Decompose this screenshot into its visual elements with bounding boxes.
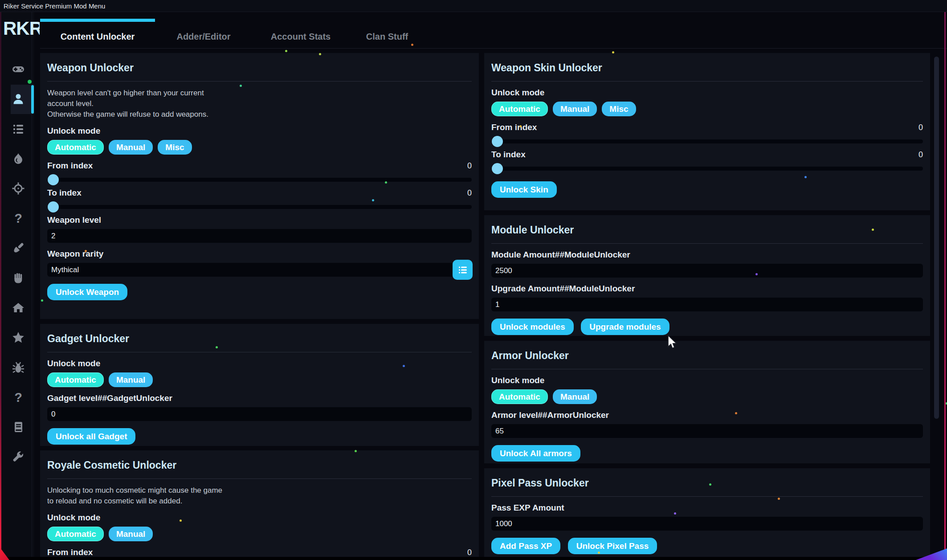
book-icon[interactable] — [11, 420, 25, 434]
from-index-value: 0 — [467, 548, 472, 557]
mode-automatic-button[interactable]: Automatic — [47, 527, 104, 541]
unlock-mode-group: Automatic Manual Misc — [491, 102, 923, 116]
mode-misc-button[interactable]: Misc — [158, 140, 192, 155]
user-icon[interactable] — [11, 92, 25, 106]
paintbrush-icon[interactable] — [11, 241, 25, 255]
unlock-mode-group: Automatic Manual — [47, 527, 472, 541]
pass-exp-amount-label: Pass EXP Amount — [491, 503, 923, 513]
weapon-level-input[interactable]: 2 — [47, 229, 472, 243]
mode-manual-button[interactable]: Manual — [553, 389, 597, 404]
panel-description: Unlocking too much cosmetic might cause … — [47, 485, 472, 507]
unlock-modules-button[interactable]: Unlock modules — [491, 319, 574, 335]
module-amount-input[interactable]: 2500 — [491, 264, 923, 278]
panel-title: Weapon Skin Unlocker — [491, 62, 923, 74]
unlock-pixel-pass-button[interactable]: Unlock Pixel Pass — [568, 538, 657, 554]
to-index-slider[interactable] — [491, 167, 923, 171]
from-index-slider[interactable] — [47, 178, 472, 182]
unlock-mode-group: Automatic Manual Misc — [47, 140, 472, 155]
mode-automatic-button[interactable]: Automatic — [47, 140, 104, 155]
mode-misc-button[interactable]: Misc — [602, 102, 636, 116]
pass-exp-amount-input[interactable]: 1000 — [491, 517, 923, 531]
hand-icon[interactable] — [11, 271, 25, 285]
tab-content-unlocker[interactable]: Content Unlocker — [40, 25, 155, 48]
unlock-all-gadget-button[interactable]: Unlock all Gadget — [47, 428, 135, 445]
mode-automatic-button[interactable]: Automatic — [491, 102, 548, 116]
scrollbar-thumb[interactable] — [934, 57, 939, 419]
particle — [355, 450, 357, 452]
gamepad-icon[interactable] — [11, 62, 25, 76]
to-index-label: To index — [47, 188, 82, 198]
tab-clan-stuff[interactable]: Clan Stuff — [349, 25, 425, 48]
unlock-skin-button[interactable]: Unlock Skin — [491, 181, 557, 198]
from-index-row: From index 0 — [491, 123, 923, 132]
right-edge-glow — [944, 12, 946, 560]
crosshair-icon[interactable] — [11, 181, 25, 196]
royale-cosmetic-unlocker-panel: Royale Cosmetic Unlocker Unlocking too m… — [40, 450, 479, 560]
panel-title: Armor Unlocker — [491, 350, 923, 362]
list-icon — [457, 264, 469, 276]
to-index-value: 0 — [467, 188, 472, 198]
tab-adder-editor[interactable]: Adder/Editor — [155, 25, 252, 48]
app-logo: RKR — [3, 18, 40, 41]
upgrade-modules-button[interactable]: Upgrade modules — [581, 319, 669, 335]
particle — [319, 53, 321, 55]
question-icon[interactable]: ? — [11, 211, 25, 225]
from-index-value: 0 — [467, 161, 472, 171]
home-icon[interactable] — [11, 301, 25, 315]
rarity-list-button[interactable] — [453, 260, 473, 280]
panel-title: Pixel Pass Unlocker — [491, 477, 923, 489]
panel-description: Weapon level can't go higher than your c… — [47, 88, 472, 120]
slider-thumb[interactable] — [492, 136, 503, 147]
window-title: Riker Service Premium Mod Menu — [0, 0, 105, 12]
panel-title: Weapon Unlocker — [47, 62, 472, 74]
mode-manual-button[interactable]: Manual — [109, 140, 153, 155]
flame-icon[interactable] — [11, 151, 25, 166]
wrench-icon[interactable] — [11, 450, 25, 464]
mode-automatic-button[interactable]: Automatic — [491, 389, 548, 404]
upgrade-amount-input[interactable]: 1 — [491, 298, 923, 311]
mode-manual-button[interactable]: Manual — [553, 102, 597, 116]
particle — [674, 512, 676, 515]
tab-account-stats[interactable]: Account Stats — [252, 25, 349, 48]
slider-thumb[interactable] — [492, 163, 503, 174]
mode-automatic-button[interactable]: Automatic — [47, 372, 104, 387]
tab-bar: Content Unlocker Adder/Editor Account St… — [40, 25, 425, 48]
particle — [372, 199, 374, 201]
add-pass-xp-button[interactable]: Add Pass XP — [491, 538, 560, 554]
to-index-slider[interactable] — [47, 205, 472, 209]
panel-title: Module Unlocker — [491, 224, 923, 236]
from-index-label: From index — [47, 161, 93, 171]
weapon-rarity-input[interactable]: Mythical — [47, 263, 472, 277]
gadget-level-input[interactable]: 0 — [47, 407, 472, 421]
divider — [491, 369, 923, 369]
from-index-row: From index 0 — [47, 161, 472, 171]
unlock-mode-label: Unlock mode — [47, 513, 472, 523]
particle — [804, 176, 807, 178]
module-amount-label: Module Amount##ModuleUnlocker — [491, 250, 923, 260]
sidebar-active-notification-dot — [28, 80, 32, 84]
question-icon-2[interactable]: ? — [11, 390, 25, 405]
from-index-row: From index 0 — [47, 548, 472, 557]
armor-level-input[interactable]: 65 — [491, 424, 923, 438]
armor-unlocker-panel: Armor Unlocker Unlock mode Automatic Man… — [484, 341, 930, 463]
slider-thumb[interactable] — [48, 174, 59, 185]
bug-icon[interactable] — [11, 360, 25, 375]
unlock-all-armors-button[interactable]: Unlock All armors — [491, 445, 580, 462]
list-icon[interactable] — [11, 122, 25, 136]
mode-manual-button[interactable]: Manual — [109, 527, 153, 541]
particle — [519, 125, 522, 127]
unlock-weapon-button[interactable]: Unlock Weapon — [47, 284, 127, 300]
module-unlocker-panel: Module Unlocker Module Amount##ModuleUnl… — [484, 215, 930, 336]
mouse-cursor — [667, 335, 679, 352]
from-index-value: 0 — [918, 123, 923, 132]
unlock-mode-group: Automatic Manual — [47, 372, 472, 387]
unlock-mode-group: Automatic Manual — [491, 389, 923, 404]
unlock-mode-label: Unlock mode — [47, 359, 472, 368]
from-index-slider[interactable] — [491, 139, 923, 143]
upgrade-amount-label: Upgrade Amount##ModuleUnlocker — [491, 284, 923, 294]
slider-thumb[interactable] — [48, 201, 59, 213]
star-icon[interactable] — [11, 331, 25, 345]
mode-manual-button[interactable]: Manual — [109, 372, 153, 387]
unlock-mode-label: Unlock mode — [491, 376, 923, 385]
particle — [180, 519, 182, 522]
